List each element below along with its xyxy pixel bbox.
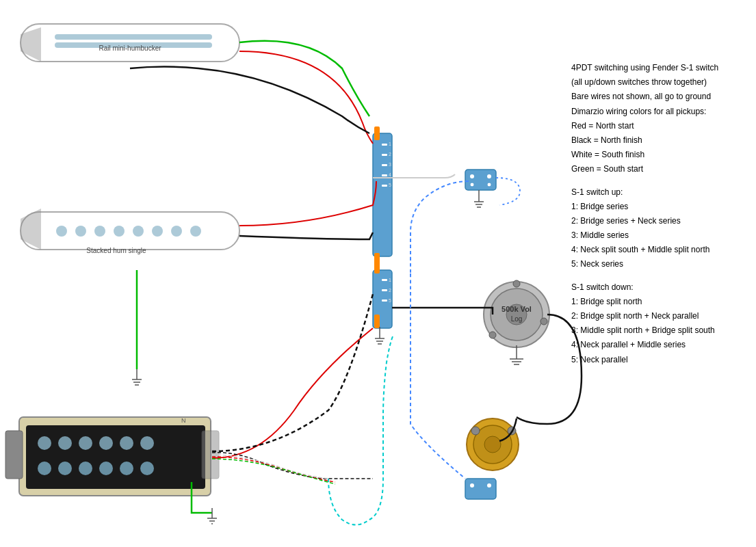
switch-up-section: S-1 switch up: 1: Bridge series 2: Bridg… <box>571 186 742 271</box>
switch-down-5: 5: Neck parallel <box>571 353 742 366</box>
legend-line-4: Dimarzio wiring colors for all pickups: <box>571 105 742 118</box>
svg-rect-29 <box>5 431 23 479</box>
svg-text:3: 3 <box>389 162 391 167</box>
svg-rect-50 <box>374 253 380 274</box>
svg-rect-4 <box>21 212 239 250</box>
info-panel: 4PDT switching using Fender S-1 switch (… <box>571 62 742 376</box>
svg-point-7 <box>94 226 105 237</box>
svg-point-21 <box>120 436 133 450</box>
svg-point-26 <box>99 462 113 475</box>
middle-pickup-label: Stacked hum single <box>86 247 146 254</box>
legend-line-3: Bare wires not shown, all go to ground <box>571 90 742 103</box>
switch-down-2: 2: Bridge split north + Neck parallel <box>571 310 742 323</box>
switch-down-1: 1: Bridge split north <box>571 295 742 308</box>
legend-line-5: Red = North start <box>571 120 742 133</box>
svg-point-28 <box>140 462 154 475</box>
legend-line-2: (all up/down switches throw together) <box>571 76 742 89</box>
svg-point-8 <box>114 226 125 237</box>
svg-text:500k Vol: 500k Vol <box>501 305 532 313</box>
switch-down-4: 4: Neck parallel + Middle series <box>571 338 742 351</box>
svg-text:2: 2 <box>389 288 391 293</box>
svg-text:1: 1 <box>389 142 391 146</box>
svg-point-27 <box>120 462 133 475</box>
switch-up-3: 3: Middle series <box>571 229 742 242</box>
svg-rect-44 <box>382 289 387 291</box>
svg-rect-33 <box>382 154 387 156</box>
diagram-container: Rail mini-humbucker Stacked hum single N <box>0 0 756 547</box>
svg-text:1: 1 <box>389 278 391 282</box>
svg-point-58 <box>470 483 474 488</box>
svg-rect-30 <box>202 431 219 479</box>
svg-rect-49 <box>374 126 380 140</box>
svg-point-25 <box>79 462 92 475</box>
svg-text:N: N <box>181 417 186 424</box>
svg-point-24 <box>58 462 72 475</box>
svg-rect-57 <box>465 479 496 499</box>
svg-point-12 <box>190 226 201 237</box>
legend-line-6: Black = North finish <box>571 134 742 147</box>
svg-text:4: 4 <box>389 172 391 177</box>
svg-text:Log: Log <box>511 315 523 323</box>
svg-point-18 <box>58 436 72 450</box>
svg-point-22 <box>140 436 154 450</box>
svg-rect-35 <box>382 174 387 176</box>
svg-point-5 <box>56 226 67 237</box>
svg-rect-43 <box>382 279 387 281</box>
svg-point-54 <box>487 174 491 178</box>
svg-rect-1 <box>55 34 212 40</box>
svg-point-53 <box>470 174 474 178</box>
svg-point-55 <box>470 183 474 187</box>
switch-down-section: S-1 switch down: 1: Bridge split north 2… <box>571 281 742 366</box>
legend-line-8: Green = South start <box>571 163 742 176</box>
svg-point-20 <box>99 436 113 450</box>
svg-point-74 <box>484 436 501 453</box>
switch-down-3: 3: Middle split north + Bridge split sou… <box>571 324 742 337</box>
svg-point-23 <box>38 462 51 475</box>
svg-rect-51 <box>374 315 380 328</box>
legend-line-1: 4PDT switching using Fender S-1 switch <box>571 62 742 75</box>
switch-up-4: 4: Neck split south + Middle split north <box>571 243 742 256</box>
svg-point-17 <box>38 436 51 450</box>
svg-point-67 <box>489 332 496 338</box>
switch-up-title: S-1 switch up: <box>571 186 742 199</box>
legend-line-7: White = South finish <box>571 148 742 161</box>
svg-marker-13 <box>21 209 41 250</box>
svg-rect-45 <box>382 299 387 302</box>
switch-down-title: S-1 switch down: <box>571 281 742 294</box>
svg-point-66 <box>540 318 547 325</box>
switch-up-5: 5: Neck series <box>571 258 742 271</box>
svg-rect-15 <box>26 425 205 489</box>
svg-rect-34 <box>382 164 387 166</box>
svg-rect-36 <box>382 185 387 187</box>
svg-point-59 <box>487 483 491 488</box>
svg-point-56 <box>487 183 491 187</box>
svg-rect-32 <box>382 144 387 146</box>
svg-point-9 <box>133 226 144 237</box>
svg-point-10 <box>152 226 163 237</box>
svg-text:5: 5 <box>389 183 391 187</box>
svg-text:5: 5 <box>389 298 391 303</box>
color-legend: 4PDT switching using Fender S-1 switch (… <box>571 62 742 176</box>
svg-rect-52 <box>465 170 496 190</box>
switch-up-1: 1: Bridge series <box>571 200 742 213</box>
neck-pickup-label: Rail mini-humbucker <box>99 44 161 52</box>
svg-point-6 <box>75 226 86 237</box>
svg-text:2: 2 <box>389 152 391 157</box>
switch-up-2: 2: Bridge series + Neck series <box>571 215 742 228</box>
svg-point-65 <box>513 280 520 287</box>
svg-point-75 <box>471 427 480 435</box>
svg-point-19 <box>79 436 92 450</box>
svg-point-11 <box>171 226 182 237</box>
